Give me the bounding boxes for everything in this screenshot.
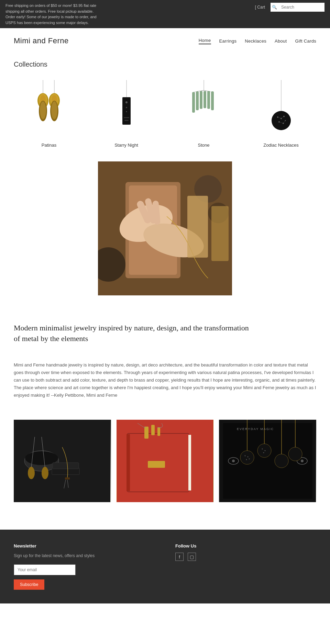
svg-point-63 bbox=[28, 467, 35, 479]
svg-point-98 bbox=[264, 450, 265, 451]
facebook-icon[interactable]: f bbox=[175, 553, 184, 561]
zodiac-svg bbox=[261, 80, 302, 135]
svg-point-6 bbox=[40, 101, 46, 119]
zodiac-label: Zodiac Necklaces bbox=[246, 143, 316, 148]
svg-rect-28 bbox=[196, 91, 199, 110]
tagline-section: Modern minimalist jewelry inspired by na… bbox=[0, 319, 330, 354]
svg-point-34 bbox=[272, 111, 291, 130]
svg-point-81 bbox=[232, 460, 235, 462]
banner-message: Free shipping on orders of $50 or more! … bbox=[6, 3, 102, 25]
svg-point-96 bbox=[249, 459, 250, 460]
description-section: Mimi and Ferne handmade jewelry is inspi… bbox=[0, 354, 330, 413]
svg-point-91 bbox=[288, 447, 302, 461]
svg-text:EVERYDAY MAGIC: EVERYDAY MAGIC bbox=[237, 427, 274, 431]
starry-night-label: Starry Night bbox=[91, 143, 162, 148]
gallery-3-svg: EVERYDAY MAGIC bbox=[220, 420, 316, 502]
banner-right: [ Cart 🔍 bbox=[255, 3, 324, 12]
stone-label: Stone bbox=[168, 143, 239, 148]
svg-rect-72 bbox=[126, 434, 130, 491]
hero-section bbox=[0, 161, 330, 319]
svg-point-87 bbox=[257, 444, 271, 457]
follow-us-title: Follow Us bbox=[175, 543, 316, 549]
hero-svg bbox=[98, 161, 232, 295]
patinas-image bbox=[14, 77, 84, 138]
gallery-image-3: EVERYDAY MAGIC bbox=[219, 420, 316, 502]
svg-rect-18 bbox=[124, 120, 129, 121]
site-title: Mimi and Ferne bbox=[14, 36, 69, 45]
svg-point-97 bbox=[262, 449, 263, 450]
instagram-icon[interactable]: ▢ bbox=[188, 553, 196, 561]
svg-rect-27 bbox=[192, 92, 195, 113]
gallery-section: EVERYDAY MAGIC bbox=[0, 413, 330, 516]
top-banner: Free shipping on orders of $50 or more! … bbox=[0, 0, 330, 28]
description-text: Mimi and Ferne handmade jewelry is inspi… bbox=[14, 361, 316, 399]
collections-grid: Patinas Starry Night bbox=[14, 77, 316, 148]
svg-point-64 bbox=[42, 467, 48, 479]
svg-point-11 bbox=[51, 101, 57, 119]
subscribe-button[interactable]: Subscribe bbox=[14, 579, 44, 590]
starry-night-svg bbox=[106, 80, 147, 135]
cart-label: Cart bbox=[257, 5, 265, 10]
svg-rect-74 bbox=[144, 427, 148, 439]
collection-zodiac[interactable]: Zodiac Necklaces bbox=[246, 77, 316, 148]
newsletter-title: Newsletter bbox=[14, 543, 155, 549]
collections-title: Collections bbox=[14, 60, 316, 68]
nav-earrings[interactable]: Earrings bbox=[219, 38, 237, 44]
cart-link[interactable]: [ Cart bbox=[255, 5, 265, 10]
starry-night-image bbox=[91, 77, 162, 138]
nav-necklaces[interactable]: Necklaces bbox=[245, 38, 266, 44]
svg-point-16 bbox=[126, 111, 127, 112]
gallery-2-svg bbox=[117, 420, 213, 502]
main-nav: Home Earrings Necklaces About Gift Cards bbox=[199, 38, 316, 44]
svg-point-99 bbox=[263, 452, 264, 453]
gallery-grid: EVERYDAY MAGIC bbox=[14, 420, 316, 502]
svg-rect-79 bbox=[223, 423, 312, 499]
svg-point-93 bbox=[244, 455, 245, 456]
nav-about[interactable]: About bbox=[275, 38, 287, 44]
svg-rect-75 bbox=[151, 425, 155, 435]
email-input[interactable] bbox=[14, 564, 76, 575]
patinas-svg bbox=[29, 80, 70, 135]
svg-rect-17 bbox=[124, 117, 129, 118]
collection-starry-night[interactable]: Starry Night bbox=[91, 77, 162, 148]
hero-image bbox=[98, 161, 232, 295]
svg-point-95 bbox=[246, 459, 247, 460]
gallery-image-1 bbox=[14, 420, 111, 502]
gallery-item-3[interactable]: EVERYDAY MAGIC bbox=[219, 420, 316, 502]
footer-follow: Follow Us f ▢ bbox=[175, 543, 316, 590]
svg-rect-30 bbox=[204, 91, 206, 108]
collection-stone[interactable]: Stone bbox=[168, 77, 239, 148]
gallery-item-2[interactable] bbox=[117, 420, 214, 502]
footer-newsletter: Newsletter Sign up for the latest news, … bbox=[14, 543, 155, 590]
svg-rect-31 bbox=[207, 91, 210, 109]
zodiac-image bbox=[246, 77, 316, 138]
tagline: Modern minimalist jewelry inspired by na… bbox=[14, 323, 254, 344]
social-icons: f ▢ bbox=[175, 553, 316, 561]
newsletter-subtitle: Sign up for the latest news, offers and … bbox=[14, 553, 155, 559]
collection-patinas[interactable]: Patinas bbox=[14, 77, 84, 148]
svg-rect-77 bbox=[148, 461, 165, 468]
search-wrapper: 🔍 bbox=[271, 3, 324, 12]
svg-rect-32 bbox=[211, 91, 214, 110]
site-header: Mimi and Ferne Home Earrings Necklaces A… bbox=[0, 28, 330, 54]
svg-rect-67 bbox=[65, 477, 70, 479]
svg-rect-66 bbox=[53, 463, 79, 469]
gallery-item-1[interactable] bbox=[14, 420, 111, 502]
svg-point-94 bbox=[247, 456, 248, 457]
gallery-1-svg bbox=[14, 420, 110, 502]
svg-rect-73 bbox=[188, 435, 191, 490]
patinas-label: Patinas bbox=[14, 143, 84, 148]
stone-svg bbox=[183, 80, 224, 135]
site-footer: Newsletter Sign up for the latest news, … bbox=[0, 530, 330, 603]
svg-rect-29 bbox=[200, 91, 202, 109]
nav-home[interactable]: Home bbox=[199, 38, 211, 44]
stone-image bbox=[168, 77, 239, 138]
svg-point-14 bbox=[125, 101, 128, 103]
svg-point-83 bbox=[301, 460, 304, 462]
search-input[interactable] bbox=[278, 3, 323, 11]
svg-rect-57 bbox=[211, 206, 229, 261]
cart-bracket-left: [ bbox=[255, 5, 256, 10]
nav-gift-cards[interactable]: Gift Cards bbox=[295, 38, 316, 44]
svg-point-85 bbox=[240, 451, 254, 464]
svg-point-89 bbox=[275, 454, 288, 468]
